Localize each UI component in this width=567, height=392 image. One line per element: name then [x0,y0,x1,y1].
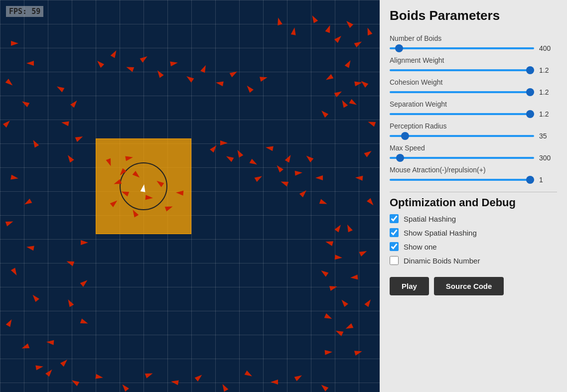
value-separation: 1.2 [539,110,557,118]
param-label-alignment: Alignment Weight [390,56,557,64]
svg-marker-79 [111,49,119,58]
svg-marker-84 [185,74,194,83]
svg-marker-20 [6,318,14,327]
svg-marker-39 [70,378,79,386]
svg-marker-103 [334,89,343,97]
svg-marker-3 [276,17,283,25]
svg-marker-86 [215,80,224,86]
svg-marker-104 [320,109,329,118]
svg-marker-32 [345,224,353,233]
svg-marker-85 [200,64,208,73]
slider-alignment[interactable] [390,69,534,71]
svg-marker-97 [80,278,89,287]
svg-marker-43 [170,379,179,385]
slider-max-speed[interactable] [390,157,534,159]
svg-marker-107 [335,255,343,260]
svg-marker-5 [345,19,354,28]
svg-marker-93 [75,134,84,142]
selection-circle [120,162,167,210]
svg-marker-67 [250,159,259,167]
svg-marker-105 [334,223,343,232]
slider-perception[interactable] [390,135,534,137]
svg-marker-16 [5,219,14,227]
svg-marker-89 [260,75,268,82]
value-cohesion: 1.2 [539,88,557,96]
svg-marker-90 [55,84,64,92]
slider-separation[interactable] [390,113,534,115]
param-label-num-boids: Number of Boids [390,34,557,42]
slider-num-boids[interactable] [390,47,534,49]
svg-marker-19 [31,293,39,302]
svg-marker-37 [354,349,363,356]
svg-marker-14 [10,175,19,181]
checkbox-label-dynamic-boids: Dinamic Boids Number [404,257,480,265]
svg-marker-17 [26,245,34,251]
svg-marker-88 [245,84,254,93]
svg-marker-77 [319,199,328,207]
fps-display: FPS: 59 [6,6,43,17]
svg-marker-98 [66,298,74,307]
svg-marker-0 [325,24,333,33]
slider-mouse-attraction[interactable] [390,179,534,181]
svg-marker-109 [329,284,338,291]
slider-cohesion[interactable] [390,91,534,93]
svg-marker-102 [324,74,333,82]
panel-title: Boids Parameters [390,8,557,23]
svg-marker-15 [23,199,32,207]
source-code-button[interactable]: Source Code [434,277,504,295]
svg-marker-99 [80,319,89,326]
svg-marker-25 [349,99,358,107]
checkbox-dynamic-boids[interactable] [390,256,399,265]
value-num-boids: 400 [539,44,557,52]
svg-marker-28 [340,99,348,108]
checkbox-show-one[interactable] [390,242,399,251]
param-label-separation: Separation Weight [390,100,557,108]
checkbox-spatial-hashing[interactable] [390,214,399,223]
svg-marker-108 [319,268,328,277]
svg-marker-11 [20,99,29,107]
simulation-canvas[interactable]: FPS: 59 [0,0,380,392]
svg-marker-91 [70,99,79,108]
checkbox-label-spatial-hashing: Spatial Hashing [404,215,456,223]
divider [390,192,557,192]
svg-marker-66 [235,148,243,157]
svg-marker-95 [81,240,88,245]
svg-marker-63 [210,143,218,152]
svg-marker-112 [335,329,344,336]
svg-marker-106 [325,239,333,246]
svg-marker-44 [195,373,204,382]
optimization-title: Optimization and Debug [390,196,557,209]
svg-marker-13 [31,138,39,147]
param-label-mouse-attraction: Mouse Atraction(-)/repulsion(+) [390,166,557,174]
checkbox-label-show-spatial-hashing: Show Spatial Hashing [404,229,477,237]
svg-marker-80 [126,65,135,72]
svg-marker-1 [310,14,318,23]
svg-marker-68 [265,145,274,151]
value-mouse-attraction: 1 [539,176,557,184]
simulation-canvas-area: FPS: 59 [0,0,380,392]
svg-marker-49 [319,383,328,392]
svg-marker-64 [225,154,234,162]
svg-marker-70 [275,163,284,172]
svg-marker-74 [304,154,313,162]
checkboxes-container: Spatial HashingShow Spatial HashingShow … [390,214,557,270]
svg-marker-94 [66,153,74,162]
svg-marker-9 [26,61,34,66]
params-container: Number of Boids400Alignment Weight1.2Coh… [390,30,557,186]
svg-marker-47 [271,380,278,385]
svg-marker-27 [354,80,363,86]
svg-marker-46 [245,371,254,379]
value-perception: 35 [539,132,557,140]
play-button[interactable]: Play [390,277,429,295]
svg-marker-45 [220,383,228,392]
svg-marker-75 [299,189,308,198]
svg-marker-38 [45,368,54,377]
svg-marker-48 [294,373,303,381]
svg-marker-111 [324,313,333,321]
checkbox-label-show-one: Show one [404,243,437,251]
svg-marker-36 [345,323,354,331]
checkbox-show-spatial-hashing[interactable] [390,228,399,237]
svg-marker-40 [95,374,104,380]
svg-marker-7 [365,27,373,36]
svg-marker-34 [350,274,358,280]
